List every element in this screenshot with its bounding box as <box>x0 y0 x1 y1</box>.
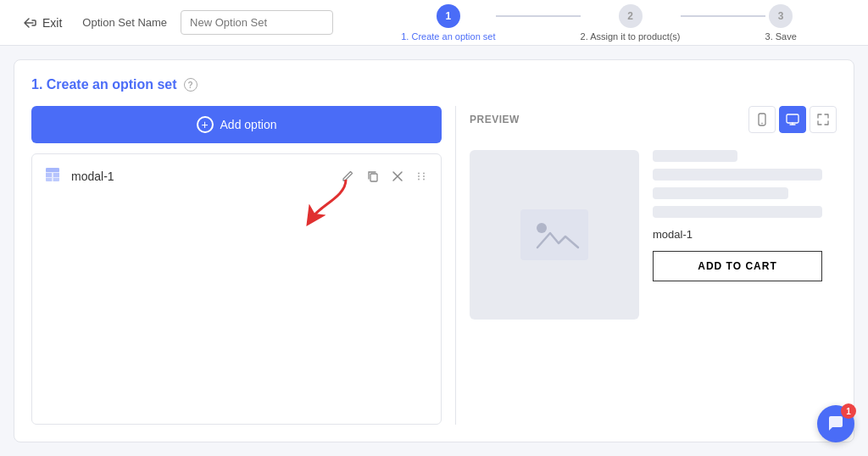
options-list: modal-1 <box>31 153 442 425</box>
step-3: 3 3. Save <box>765 4 797 42</box>
step-2-label: 2. Assign it to product(s) <box>581 31 681 42</box>
desktop-icon <box>786 113 799 126</box>
svg-point-8 <box>423 173 425 175</box>
option-actions <box>339 168 429 185</box>
main-card: 1. Create an option set ? + Add option <box>14 59 854 442</box>
preview-label: PREVIEW <box>470 114 520 125</box>
image-placeholder-icon <box>520 209 588 260</box>
step-1-circle: 1 <box>437 4 460 28</box>
desktop-preview-button[interactable] <box>779 106 806 133</box>
add-option-label: Add option <box>220 118 277 131</box>
skeleton-desc-1 <box>653 169 822 181</box>
header: Exit Option Set Name 1 1. Create an opti… <box>0 0 868 46</box>
product-info: modal-1 ADD TO CART <box>653 150 837 281</box>
copy-option-button[interactable] <box>364 168 381 185</box>
help-icon[interactable]: ? <box>184 78 198 92</box>
svg-point-10 <box>423 175 425 177</box>
svg-point-9 <box>418 175 420 177</box>
option-set-label: Option Set Name <box>82 16 167 29</box>
expand-icon <box>816 113 830 126</box>
svg-point-14 <box>761 123 763 125</box>
option-item-modal-1: modal-1 <box>32 158 441 195</box>
skeleton-desc-2 <box>653 187 788 199</box>
chat-badge: 1 <box>841 403 856 419</box>
svg-point-7 <box>418 173 420 175</box>
add-option-button[interactable]: + Add option <box>31 106 442 143</box>
svg-rect-5 <box>53 178 59 181</box>
main-content: 1. Create an option set ? + Add option <box>0 46 868 456</box>
left-column: + Add option <box>31 106 442 425</box>
add-to-cart-label: ADD TO CART <box>698 260 776 272</box>
svg-point-12 <box>423 179 425 181</box>
stepper: 1 1. Create an option set 2 2. Assign it… <box>347 4 851 42</box>
svg-rect-1 <box>46 168 59 172</box>
option-name-label: modal-1 <box>71 170 329 183</box>
step-2: 2 2. Assign it to product(s) <box>581 4 681 42</box>
product-option-name: modal-1 <box>653 228 837 241</box>
svg-rect-6 <box>370 174 377 181</box>
chat-button[interactable]: 1 <box>817 405 854 442</box>
step-2-circle: 2 <box>619 4 643 28</box>
svg-point-17 <box>537 223 547 233</box>
svg-point-11 <box>418 179 420 181</box>
skeleton-desc-3 <box>653 206 822 218</box>
step-3-label: 3. Save <box>765 31 797 42</box>
option-set-name-input[interactable] <box>181 10 333 35</box>
mobile-preview-button[interactable] <box>748 106 776 133</box>
edit-option-button[interactable] <box>339 168 356 185</box>
add-to-cart-button[interactable]: ADD TO CART <box>653 251 822 281</box>
exit-button[interactable]: Exit <box>17 13 69 33</box>
svg-rect-3 <box>53 173 59 177</box>
help-icon-symbol: ? <box>188 81 193 90</box>
two-column-layout: + Add option <box>31 106 837 425</box>
connector-2-3 <box>681 15 765 17</box>
card-title-text: 1. Create an option set <box>31 77 177 92</box>
option-type-icon <box>44 166 61 186</box>
expand-preview-button[interactable] <box>810 106 837 133</box>
connector-1-2 <box>496 15 581 17</box>
mobile-icon <box>755 113 769 126</box>
plus-circle-icon: + <box>197 116 214 133</box>
drag-option-button[interactable] <box>414 169 429 184</box>
step-3-circle: 3 <box>769 4 793 28</box>
preview-content: modal-1 ADD TO CART <box>470 143 837 425</box>
step-1-label: 1. Create an option set <box>401 31 495 42</box>
step-1: 1 1. Create an option set <box>401 4 495 42</box>
exit-label: Exit <box>42 16 62 30</box>
svg-rect-15 <box>787 114 798 123</box>
preview-controls <box>748 106 837 133</box>
exit-icon <box>24 16 37 30</box>
svg-rect-4 <box>46 178 52 181</box>
svg-rect-16 <box>520 209 588 260</box>
skeleton-title <box>653 150 737 162</box>
delete-option-button[interactable] <box>390 169 405 184</box>
chat-icon <box>826 414 845 433</box>
right-column-preview: PREVIEW <box>455 106 837 425</box>
preview-header: PREVIEW <box>470 106 837 133</box>
product-image-placeholder <box>470 150 639 320</box>
svg-rect-2 <box>46 173 52 177</box>
card-title-row: 1. Create an option set ? <box>31 77 837 92</box>
